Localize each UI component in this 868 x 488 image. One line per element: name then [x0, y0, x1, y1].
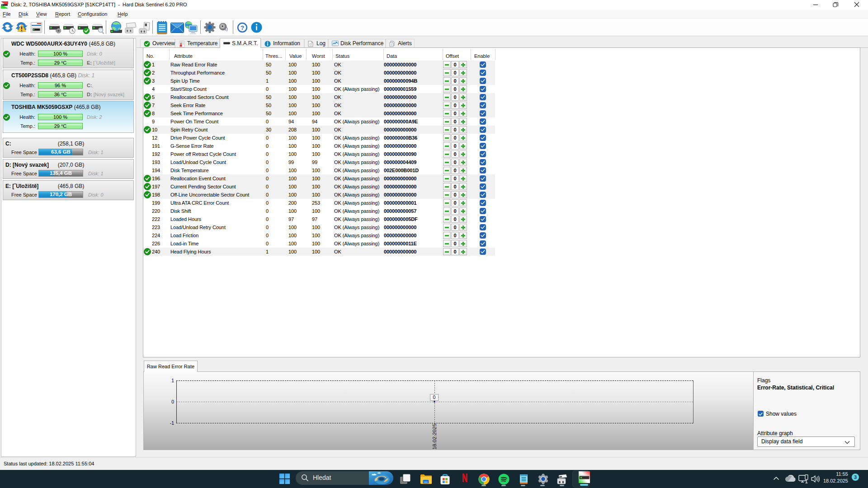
svg-text:?: ?	[241, 24, 244, 31]
